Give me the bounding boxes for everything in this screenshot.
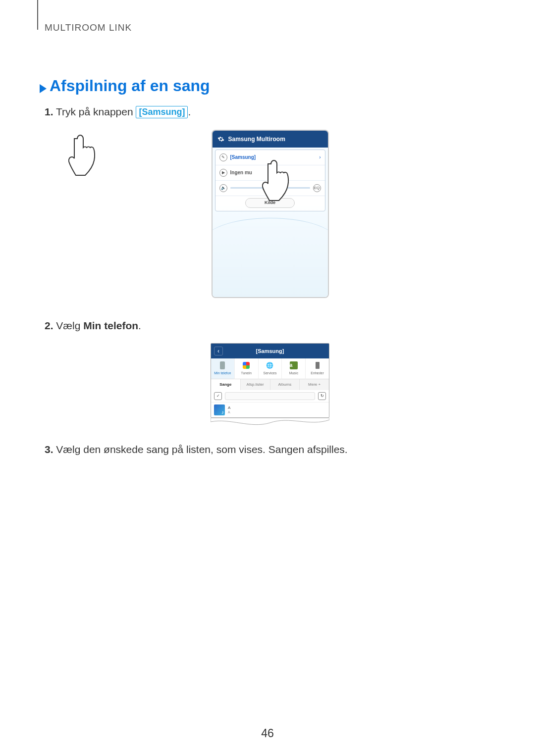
album-art-thumbnail [214,404,225,415]
song-meta: A A [228,406,230,414]
source-tab-services: 🌐 Services [259,358,282,379]
speaker-icon [316,362,320,369]
figure-1-app-titlebar: Samsung Multiroom [213,131,328,148]
filter-playlists: Afsp.lister [241,379,270,390]
filter-more: Mere + [300,379,329,390]
page-number: 46 [0,727,535,740]
song-title: A [228,406,230,410]
filter-songs: Sange [211,379,241,390]
refresh-icon: ↻ [318,392,326,400]
hand-pointer-illustration-2 [63,133,108,187]
song-artist: A [228,410,230,414]
figure-1-samsung-label: [Samsung] [230,153,320,161]
figure-2-wrapper: ‹ [Samsung] Min telefon TuneIn 🌐 Service… [211,343,329,427]
source-tab-devices: Enheder [306,358,329,379]
figure-2-torn-edge [211,418,329,427]
step-1-text-pre: Tryk på knappen [54,106,136,117]
figure-2-sources-row: Min telefon TuneIn 🌐 Services a Music [211,358,329,379]
step-1-text-post: . [188,106,191,117]
phone-icon [220,361,225,369]
volume-icon: 🔈 [219,184,227,192]
left-rule [37,0,38,30]
source-tab-services-label: Services [264,371,277,376]
figure-1-row-volume: 🔈 EQ [215,181,325,196]
source-tab-devices-label: Enheder [311,371,323,376]
samsung-chip: [Samsung] [136,106,188,118]
figure-1-row-samsung: ✎ [Samsung] › [215,150,325,165]
source-tab-music-label: Music [289,371,298,376]
figure-1-no-music-label: Ingen mu [230,169,321,176]
volume-slider [230,187,310,189]
figure-1-app-title: Samsung Multiroom [228,135,285,144]
source-tab-my-phone: Min telefon [211,358,235,379]
figure-1-speaker-panel: ✎ [Samsung] › ▶ Ingen mu 🔈 EQ Kilde [215,150,325,211]
search-field-placeholder [225,392,315,400]
edit-icon: ✎ [219,153,227,161]
step-1: 1. Tryk på knappen [Samsung]. [45,104,495,120]
play-icon: ▶ [219,169,227,177]
gear-icon [217,136,224,143]
step-2-text-pre: Vælg [54,320,84,331]
globe-icon: 🌐 [266,361,274,370]
step-3-text: Vælg den ønskede sang på listen, som vis… [54,444,348,455]
figure-2-list-control-row: ✓ ↻ [211,390,329,403]
figure-1-row-playback: ▶ Ingen mu [215,165,325,181]
step-2-text-post: . [138,320,141,331]
tunein-icon [243,362,250,369]
amazon-icon: a [290,361,298,369]
source-tab-tunein: TuneIn [235,358,259,379]
section-title-text: Afspilning af en sang [50,77,210,95]
filter-albums: Albums [270,379,300,390]
header-section-label: MULTIROOM LINK [45,22,132,33]
figure-2-title: [Samsung] [256,347,284,355]
step-1-number: 1. [45,106,54,117]
figure-2-filter-row: Sange Afsp.lister Albums Mere + [211,379,329,390]
step-3: 3. Vælg den ønskede sang på listen, som … [45,442,495,457]
step-3-number: 3. [45,444,54,455]
triangle-bullet-icon [40,84,47,93]
source-tab-music: a Music [282,358,306,379]
back-icon: ‹ [214,347,223,355]
source-tab-my-phone-label: Min telefon [214,371,231,376]
step-2-number: 2. [45,320,54,331]
step-2-bold: Min telefon [83,320,138,331]
section-title: Afspilning af en sang [40,77,210,95]
figure-2-titlebar: ‹ [Samsung] [211,344,329,358]
figure-1-phone-screenshot: Samsung Multiroom ✎ [Samsung] › ▶ Ingen … [212,130,329,298]
figure-1-background-wave [213,203,328,297]
figure-2-song-row: A A [211,403,329,417]
figure-2-phone-screenshot: ‹ [Samsung] Min telefon TuneIn 🌐 Service… [211,343,329,418]
eq-button: EQ [313,184,321,192]
chevron-right-icon: › [319,153,321,161]
select-all-checkbox: ✓ [214,392,222,400]
source-tab-tunein-label: TuneIn [241,371,252,376]
step-2: 2. Vælg Min telefon. [45,318,495,334]
